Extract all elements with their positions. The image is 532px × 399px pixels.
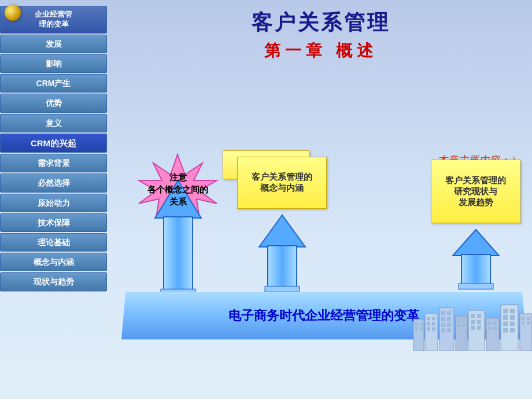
svg-rect-59 [527,317,530,320]
svg-rect-55 [503,328,508,332]
svg-rect-58 [522,317,524,320]
sidebar-item-theory-base[interactable]: 理论基础 [0,233,107,252]
svg-rect-20 [427,327,430,331]
svg-rect-17 [432,317,435,320]
buildings-area [411,302,532,351]
svg-rect-61 [527,322,530,324]
svg-rect-25 [441,317,445,321]
sidebar-item-status-trend[interactable]: 现状与趋势 [0,272,107,291]
sidebar-item-original-power[interactable]: 原始动力 [0,194,107,212]
note-research-card: 客户关系管理的研究现状与发展趋势 [431,160,520,223]
svg-rect-16 [427,317,430,320]
svg-rect-38 [477,314,481,318]
svg-rect-34 [457,324,460,327]
sidebar-item-yingxiang[interactable]: 影响 [0,54,107,73]
svg-rect-28 [447,323,451,327]
svg-rect-19 [432,322,435,326]
svg-rect-52 [510,315,515,320]
sidebar-item-concept-connotation[interactable]: 概念与内涵 [0,253,107,271]
svg-rect-44 [488,322,492,325]
svg-rect-40 [477,320,481,324]
svg-rect-13 [415,327,418,330]
svg-rect-26 [447,317,451,321]
chapter-title: 第一章 概述 [110,40,532,68]
arrow-2-svg [250,212,314,293]
svg-rect-42 [477,326,481,330]
svg-rect-9 [459,283,493,289]
svg-rect-8 [461,254,490,286]
sidebar-item-youshi[interactable]: 优势 [0,94,107,112]
note-concept-card: 客户关系管理的概念与内涵 [237,157,327,209]
svg-rect-27 [441,323,445,327]
svg-rect-54 [510,322,515,326]
svg-rect-30 [447,328,451,332]
svg-rect-24 [447,311,451,315]
svg-rect-33 [462,319,465,322]
svg-rect-18 [427,322,430,326]
svg-rect-37 [471,314,475,318]
sidebar-item-fazhan[interactable]: 发展 [0,35,107,53]
svg-rect-47 [493,327,497,330]
main-content: 客户关系管理 第一章 概述 本章主要内容：） 注意 各个概念之间的 关系 客户关… [110,0,532,399]
svg-rect-2 [164,217,193,292]
svg-rect-53 [503,322,508,326]
svg-rect-39 [471,320,475,324]
svg-rect-5 [268,246,297,289]
svg-rect-23 [441,311,445,315]
svg-rect-21 [432,327,435,331]
svg-rect-56 [510,328,515,332]
svg-marker-7 [453,230,499,256]
svg-rect-60 [522,322,524,324]
svg-rect-46 [488,327,492,330]
burst-text: 注意 各个概念之间的 关系 [141,171,216,208]
svg-rect-32 [457,319,460,322]
svg-rect-12 [420,323,423,326]
svg-rect-41 [471,326,475,330]
base-platform-text: 电子商务时代企业经营管理的变革 [228,307,419,324]
main-title: 客户关系管理 [110,0,532,40]
svg-rect-49 [503,309,508,313]
svg-rect-45 [493,322,497,325]
svg-marker-4 [259,215,305,247]
svg-rect-14 [420,327,423,330]
svg-rect-6 [265,286,300,292]
svg-rect-51 [503,315,508,320]
sidebar-item-tech-guarantee[interactable]: 技术保障 [0,213,107,232]
svg-rect-29 [441,328,445,332]
gold-sphere [5,5,21,21]
sidebar-item-crm-rise[interactable]: CRM的兴起 [0,134,107,153]
sidebar-item-yiyi[interactable]: 意义 [0,114,107,132]
svg-rect-35 [462,324,465,327]
sidebar-item-inevitable[interactable]: 必然选择 [0,173,107,192]
sidebar: 企业经营管理的变革 发展 影响 CRM产生 优势 意义 CRM的兴起 需求背景 … [0,0,107,399]
arrow-col-3: 客户关系管理的研究现状与发展趋势 [428,160,523,293]
sidebar-item-demand-bg[interactable]: 需求背景 [0,154,107,172]
sidebar-item-crm-birth[interactable]: CRM产生 [0,74,107,93]
buildings-svg [411,302,532,351]
arrow-col-2: 客户关系管理的概念与内涵 [234,157,330,293]
svg-rect-50 [510,309,515,313]
svg-rect-11 [415,323,418,326]
arrow-3-svg [444,227,508,293]
